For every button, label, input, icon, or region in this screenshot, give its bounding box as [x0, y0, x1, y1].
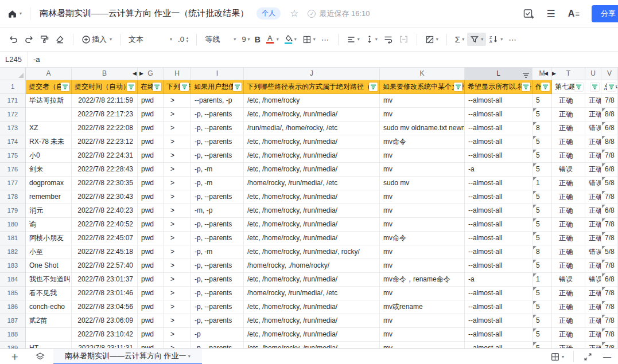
filter-icon[interactable]	[607, 83, 616, 91]
cell-U182[interactable]: 错误	[585, 245, 601, 259]
hidden-columns-right-icon[interactable]: ▶	[552, 70, 556, 77]
row-header[interactable]: 181	[0, 232, 26, 245]
font-family-dropdown[interactable]: 等线▾	[202, 32, 239, 47]
cell-H188[interactable]: >	[164, 328, 191, 342]
cell-V179[interactable]: 6/8	[601, 204, 618, 218]
sheet-list-button[interactable]	[27, 352, 53, 361]
cell-A183[interactable]: One Shot	[26, 259, 72, 273]
cell-K187[interactable]: mv	[380, 314, 465, 328]
select-all-corner[interactable]	[0, 68, 26, 80]
cell-A188[interactable]	[26, 328, 72, 342]
cell-B186[interactable]: 2022/7/8 23:04:56	[72, 300, 138, 314]
question-header-cell-I[interactable]: 如果用户想使用（	[191, 80, 244, 94]
cell-A187[interactable]: 贰2苗	[26, 314, 72, 328]
cell-M188[interactable]: 5	[533, 328, 552, 342]
cell-A177[interactable]: dogpromax	[26, 177, 72, 190]
column-header-M[interactable]: M	[533, 68, 552, 80]
cell-V176[interactable]: 6/8	[601, 163, 618, 177]
question-header-cell-G[interactable]: 在终端	[138, 80, 164, 94]
filter-icon[interactable]	[454, 83, 462, 91]
cell-T175[interactable]: 正确	[552, 149, 585, 163]
cell-G180[interactable]: pwd	[138, 218, 164, 232]
cell-M177[interactable]: 1	[533, 177, 552, 190]
cell-K185[interactable]: mv	[380, 287, 465, 300]
question-header-cell-U[interactable]: ：\	[585, 80, 601, 94]
cell-A189[interactable]: HT	[26, 342, 72, 349]
cell-G188[interactable]: pwd	[138, 328, 164, 342]
cell-I189[interactable]: -p, --parents	[191, 342, 244, 349]
cell-K177[interactable]: sudo mv	[380, 177, 465, 190]
cell-I179[interactable]: -m, -p	[191, 204, 244, 218]
decimal-adjust[interactable]: .0 ▴▾	[175, 33, 191, 46]
cell-A179[interactable]: 消元	[26, 204, 72, 218]
insert-button[interactable]: 插入▾	[79, 32, 115, 47]
cell-T172[interactable]: 正确	[552, 108, 585, 122]
cell-V189[interactable]: 7/8	[601, 342, 618, 349]
cell-I188[interactable]: -p	[191, 328, 244, 342]
undo-button[interactable]	[6, 32, 21, 46]
cell-U189[interactable]: 正确	[585, 342, 601, 349]
question-header-cell-B[interactable]: 提交时间（自动）	[72, 80, 138, 94]
filter-icon[interactable]	[522, 83, 530, 91]
cell-K175[interactable]: mv	[380, 149, 465, 163]
number-format-dropdown[interactable]: 文本▾	[126, 32, 175, 47]
cell-M184[interactable]: 1	[533, 273, 552, 287]
cell-U174[interactable]: 正确	[585, 135, 601, 149]
column-header-V[interactable]: V	[601, 68, 618, 80]
cell-J179[interactable]: /etc, /home/rocky, /run/media/	[244, 204, 380, 218]
cell-G186[interactable]: pwd	[138, 300, 164, 314]
row-header[interactable]: 171	[0, 94, 26, 108]
cell-G175[interactable]: pwd	[138, 149, 164, 163]
cell-T189[interactable]: 正确	[552, 342, 585, 349]
cell-I178[interactable]: -p, --parents	[191, 190, 244, 204]
cell-B179[interactable]: 2022/7/8 22:40:23	[72, 204, 138, 218]
cell-V188[interactable]: 7/8	[601, 328, 618, 342]
cell-U186[interactable]: 正确	[585, 300, 601, 314]
cell-H183[interactable]: >	[164, 259, 191, 273]
cell-B187[interactable]: 2022/7/8 23:06:09	[72, 314, 138, 328]
cell-M179[interactable]: 5	[533, 204, 552, 218]
cell-H172[interactable]: >	[164, 108, 191, 122]
font-color-button[interactable]: A▾	[262, 33, 282, 46]
cell-T182[interactable]: 正确	[552, 245, 585, 259]
cell-M189[interactable]: 5	[533, 342, 552, 349]
star-icon[interactable]: ☆	[290, 7, 298, 19]
cell-K173[interactable]: sudo mv oldname.txt newna	[380, 122, 465, 135]
cell-H179[interactable]: >	[164, 204, 191, 218]
cell-U175[interactable]: 正确	[585, 149, 601, 163]
row-header[interactable]: 172	[0, 108, 26, 122]
cell-V180[interactable]: 7/8	[601, 218, 618, 232]
row-header[interactable]: 182	[0, 245, 26, 259]
spinner-icon[interactable]: ▴▾	[186, 36, 189, 43]
question-header-cell-J[interactable]: 下列哪些路径表示的方式属于绝对路径（	[244, 80, 380, 94]
cell-V172[interactable]: 8/8	[601, 108, 618, 122]
cell-U173[interactable]: 错误	[585, 122, 601, 135]
cell-T173[interactable]: 正确	[552, 122, 585, 135]
cell-A171[interactable]: 毕达哥拉斯	[26, 94, 72, 108]
menu-icon[interactable]: ☰	[547, 8, 555, 20]
cell-I184[interactable]: -p, --parents	[191, 273, 244, 287]
fill-color-button[interactable]: ▾	[282, 33, 300, 46]
cell-V182[interactable]: 5/8	[601, 245, 618, 259]
cell-K184[interactable]: mv命令，rename命令	[380, 273, 465, 287]
cell-T177[interactable]: 正确	[552, 177, 585, 190]
column-header-K[interactable]: K	[380, 68, 465, 80]
view-options-button[interactable]: ▾	[547, 351, 568, 363]
cell-B182[interactable]: 2022/7/8 22:45:18	[72, 245, 138, 259]
cell-B181[interactable]: 2022/7/8 22:45:07	[72, 232, 138, 245]
cell-K186[interactable]: mv或rename	[380, 300, 465, 314]
row-header[interactable]: 1	[0, 80, 26, 94]
cell-B185[interactable]: 2022/7/8 23:01:46	[72, 287, 138, 300]
cell-G179[interactable]: pwd	[138, 204, 164, 218]
vertical-align-button[interactable]: ▾	[363, 33, 380, 46]
redo-button[interactable]	[21, 32, 37, 46]
filter-button[interactable]: ▾	[467, 33, 486, 46]
cell-T179[interactable]: 正确	[552, 204, 585, 218]
cell-K174[interactable]: mv命令	[380, 135, 465, 149]
row-header[interactable]: 177	[0, 177, 26, 190]
cell-T181[interactable]: 正确	[552, 232, 585, 245]
cell-U179[interactable]: 正确	[585, 204, 601, 218]
cell-I181[interactable]: -p, --parents	[191, 232, 244, 245]
cell-G185[interactable]: pwd	[138, 287, 164, 300]
fullscreen-button[interactable]	[580, 351, 596, 363]
